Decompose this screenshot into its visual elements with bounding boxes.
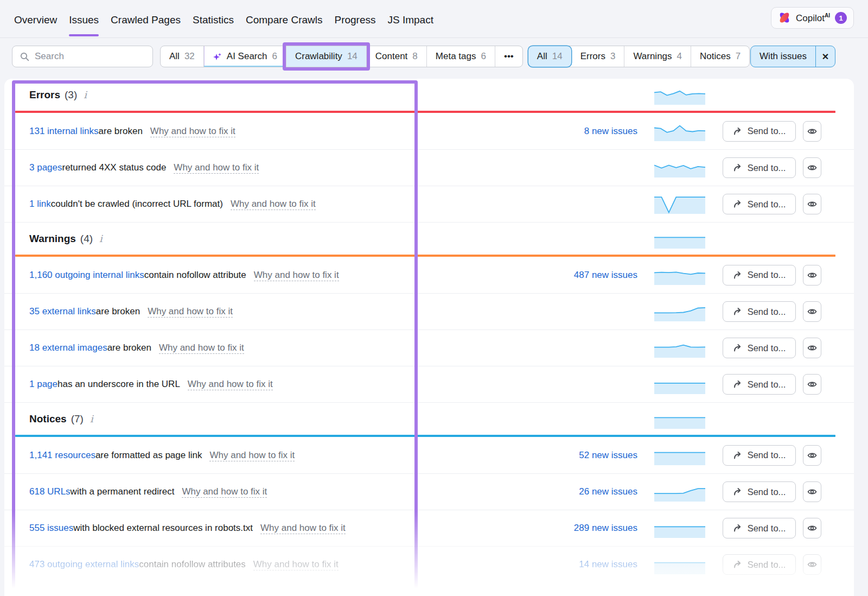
- nav-tab-js-impact[interactable]: JS Impact: [388, 0, 433, 37]
- issue-count-link[interactable]: 131 internal links: [29, 126, 99, 136]
- nav-tab-overview[interactable]: Overview: [14, 0, 57, 37]
- send-to-button[interactable]: Send to...: [723, 265, 796, 286]
- severity-tab-errors[interactable]: Errors3: [571, 46, 624, 67]
- issue-count-link[interactable]: 618 URLs: [29, 486, 71, 497]
- severity-tab-warnings[interactable]: Warnings4: [624, 46, 691, 67]
- hide-issue-button[interactable]: [803, 554, 821, 575]
- tab-all[interactable]: All32: [161, 46, 203, 67]
- copilot-button[interactable]: CopilotAI 1: [771, 7, 854, 29]
- nav-tab-issues[interactable]: Issues: [69, 0, 99, 37]
- why-how-to-fix-link[interactable]: Why and how to fix it: [148, 306, 233, 318]
- close-icon[interactable]: ✕: [815, 46, 835, 67]
- issue-count-link[interactable]: 1,160 outgoing internal links: [29, 270, 144, 280]
- nav-tab-label: JS Impact: [388, 14, 433, 26]
- why-how-to-fix-link[interactable]: Why and how to fix it: [209, 450, 295, 461]
- issues-table-card: Errors(3)i131 internal linksare brokenWh…: [4, 79, 854, 596]
- search-box[interactable]: [12, 46, 153, 67]
- tab-meta-tags[interactable]: Meta tags6: [426, 46, 495, 67]
- issue-row: 3 pagesreturned 4XX status codeWhy and h…: [4, 149, 854, 186]
- send-to-label: Send to...: [748, 270, 786, 280]
- tab-more[interactable]: •••: [495, 46, 522, 67]
- hide-issue-button[interactable]: [803, 338, 821, 358]
- new-issues-link[interactable]: 52 new issues: [579, 450, 637, 461]
- nav-tab-label: Compare Crawls: [246, 14, 322, 26]
- new-issues-link[interactable]: 487 new issues: [574, 270, 637, 281]
- copilot-label: CopilotAI: [796, 12, 830, 24]
- hide-issue-button[interactable]: [803, 194, 821, 214]
- issue-count-link[interactable]: 1 page: [29, 379, 58, 389]
- issue-count-link[interactable]: 555 issues: [29, 523, 73, 533]
- hide-issue-button[interactable]: [803, 445, 821, 466]
- hide-issue-button[interactable]: [803, 265, 821, 286]
- issue-text: contain nofollow attributes: [139, 559, 246, 569]
- why-how-to-fix-link[interactable]: Why and how to fix it: [254, 270, 339, 281]
- new-issues-link[interactable]: 26 new issues: [579, 486, 637, 497]
- issue-count-link[interactable]: 473 outgoing external links: [29, 559, 139, 569]
- why-how-to-fix-link[interactable]: Why and how to fix it: [174, 162, 259, 174]
- send-to-button[interactable]: Send to...: [723, 338, 796, 358]
- eye-cell: [803, 374, 821, 395]
- info-icon[interactable]: i: [88, 413, 93, 424]
- severity-tab-notices[interactable]: Notices7: [691, 46, 749, 67]
- send-to-button[interactable]: Send to...: [723, 374, 796, 395]
- new-issues-cell: 289 new issues: [556, 523, 637, 534]
- eye-icon: [807, 487, 817, 497]
- info-icon[interactable]: i: [81, 89, 87, 100]
- why-how-to-fix-link[interactable]: Why and how to fix it: [182, 486, 267, 498]
- issue-row: 1,141 resourcesare formatted as page lin…: [4, 437, 854, 473]
- new-issues-link[interactable]: 289 new issues: [574, 523, 637, 534]
- send-to-button[interactable]: Send to...: [723, 481, 796, 502]
- issue-count-link[interactable]: 35 external links: [29, 306, 96, 316]
- section-title: Errors(3)i: [15, 89, 556, 101]
- why-how-to-fix-link[interactable]: Why and how to fix it: [188, 379, 273, 390]
- send-to-button[interactable]: Send to...: [723, 121, 796, 142]
- send-to-button[interactable]: Send to...: [723, 445, 796, 466]
- hide-issue-button[interactable]: [803, 518, 821, 538]
- why-how-to-fix-link[interactable]: Why and how to fix it: [253, 559, 339, 570]
- tab-label: AI Search: [227, 51, 267, 62]
- with-issues-filter[interactable]: With issues ✕: [750, 46, 835, 67]
- nav-tab-label: Statistics: [193, 14, 234, 26]
- issue-count-link[interactable]: 1,141 resources: [29, 450, 95, 460]
- issue-count-link[interactable]: 3 pages: [29, 162, 62, 173]
- tab-count: 6: [481, 51, 486, 62]
- send-to-button[interactable]: Send to...: [723, 194, 796, 214]
- new-issues-link[interactable]: 14 new issues: [579, 559, 637, 570]
- hide-issue-button[interactable]: [803, 121, 821, 142]
- nav-tab-crawled-pages[interactable]: Crawled Pages: [111, 0, 181, 37]
- search-icon: [20, 52, 29, 61]
- hide-issue-button[interactable]: [803, 481, 821, 502]
- nav-tab-statistics[interactable]: Statistics: [193, 0, 234, 37]
- new-issues-link[interactable]: 8 new issues: [584, 126, 637, 137]
- eye-cell: [803, 338, 821, 358]
- section-count: (4): [80, 233, 93, 245]
- send-to-button[interactable]: Send to...: [723, 554, 796, 575]
- hide-issue-button[interactable]: [803, 157, 821, 178]
- why-how-to-fix-link[interactable]: Why and how to fix it: [159, 343, 244, 354]
- hide-issue-button[interactable]: [803, 301, 821, 322]
- severity-tab-all[interactable]: All14: [528, 46, 571, 67]
- info-icon[interactable]: i: [97, 233, 103, 244]
- issue-count-link[interactable]: 18 external images: [29, 343, 107, 353]
- issue-count-link[interactable]: 1 link: [29, 199, 51, 209]
- why-how-to-fix-link[interactable]: Why and how to fix it: [260, 523, 346, 534]
- send-to-button[interactable]: Send to...: [723, 518, 796, 538]
- issues-section-errors: Errors(3)i131 internal linksare brokenWh…: [4, 79, 854, 222]
- nav-tab-compare-crawls[interactable]: Compare Crawls: [246, 0, 322, 37]
- eye-icon: [807, 523, 817, 533]
- send-to-button[interactable]: Send to...: [723, 157, 796, 178]
- tab-ai-search[interactable]: AI Search6: [203, 46, 286, 67]
- share-arrow-icon: [733, 344, 743, 352]
- send-cell: Send to...: [723, 338, 796, 358]
- hide-issue-button[interactable]: [803, 374, 821, 395]
- why-how-to-fix-link[interactable]: Why and how to fix it: [231, 199, 316, 210]
- send-to-button[interactable]: Send to...: [723, 301, 796, 322]
- issue-description: 131 internal linksare brokenWhy and how …: [15, 125, 556, 137]
- why-how-to-fix-link[interactable]: Why and how to fix it: [150, 126, 235, 137]
- nav-tab-progress[interactable]: Progress: [334, 0, 375, 37]
- search-input[interactable]: [35, 51, 145, 62]
- section-header: Errors(3)i: [4, 79, 854, 111]
- tab-crawlability[interactable]: Crawlability14: [286, 46, 366, 67]
- send-cell: Send to...: [723, 157, 796, 178]
- tab-content[interactable]: Content8: [366, 46, 426, 67]
